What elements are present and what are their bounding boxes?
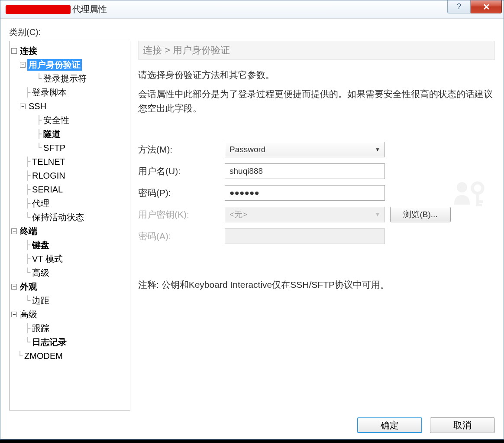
- svg-rect-3: [476, 200, 483, 203]
- tree-item-serial[interactable]: ├ SERIAL: [11, 182, 128, 196]
- user-key-icon: [452, 179, 491, 210]
- collapse-icon[interactable]: −: [11, 312, 17, 317]
- dialog-window: 代理属性 ? ✕ 类别(C): − 连接: [0, 0, 504, 440]
- tree-item-keepalive[interactable]: └ 保持活动状态: [11, 210, 128, 224]
- tree-item-proxy[interactable]: ├ 代理: [11, 196, 128, 210]
- tree-item-logging[interactable]: └ 日志记录: [11, 335, 128, 349]
- tree-item-login-script[interactable]: ├ 登录脚本: [11, 85, 128, 99]
- tree-item-margin[interactable]: └ 边距: [11, 293, 128, 307]
- titlebar: 代理属性 ? ✕: [0, 0, 504, 19]
- window-title: 代理属性: [6, 3, 107, 15]
- password-input[interactable]: ●●●●●●: [225, 185, 385, 201]
- method-select[interactable]: Password ▼: [225, 142, 385, 157]
- svg-point-1: [472, 183, 483, 193]
- category-tree[interactable]: − 连接 − 用户身份验证: [9, 41, 130, 410]
- settings-pane: 连接 > 用户身份验证 请选择身份验证方法和其它参数。 会话属性中此部分是为了登…: [138, 41, 495, 410]
- tree-item-connection[interactable]: − 连接: [11, 44, 128, 58]
- ok-button[interactable]: 确定: [357, 417, 422, 433]
- note-text: 注释: 公钥和Keyboard Interactive仅在SSH/SFTP协议中…: [138, 279, 495, 291]
- collapse-icon[interactable]: −: [11, 48, 17, 54]
- tree-item-appearance[interactable]: − 外观: [11, 280, 128, 293]
- collapse-icon[interactable]: −: [11, 228, 17, 234]
- username-input[interactable]: shuqi888: [225, 163, 385, 179]
- tree-item-keyboard[interactable]: ├ 键盘: [11, 238, 128, 252]
- category-label: 类别(C):: [9, 26, 495, 38]
- svg-rect-4: [476, 204, 482, 206]
- collapse-icon[interactable]: −: [11, 284, 17, 290]
- title-suffix: 代理属性: [72, 3, 107, 15]
- method-label: 方法(M):: [138, 143, 225, 156]
- tree-item-rlogin[interactable]: ├ RLOGIN: [11, 169, 128, 182]
- tree-item-telnet[interactable]: ├ TELNET: [11, 155, 128, 169]
- passphrase-input: [225, 228, 385, 244]
- close-button[interactable]: ✕: [471, 0, 502, 13]
- chevron-down-icon: ▼: [375, 212, 380, 218]
- password-label: 密码(P):: [138, 187, 225, 199]
- tree-item-advanced[interactable]: − 高级: [11, 307, 128, 321]
- tree-item-zmodem[interactable]: └ ZMODEM: [11, 349, 128, 363]
- redacted-block: [6, 5, 71, 14]
- help-button[interactable]: ?: [447, 0, 471, 13]
- svg-rect-2: [476, 192, 479, 205]
- userkey-select: <无> ▼: [225, 207, 385, 222]
- cancel-button[interactable]: 取消: [430, 417, 495, 433]
- description-1: 请选择身份验证方法和其它参数。: [138, 68, 495, 82]
- tree-item-trace[interactable]: ├ 跟踪: [11, 321, 128, 335]
- tree-item-terminal[interactable]: − 终端: [11, 224, 128, 238]
- tree-item-ssh[interactable]: − SSH: [11, 99, 128, 113]
- tree-item-vtmode[interactable]: ├ VT 模式: [11, 252, 128, 266]
- tree-item-advanced-term[interactable]: └ 高级: [11, 266, 128, 280]
- collapse-icon[interactable]: −: [20, 104, 26, 109]
- description-2: 会话属性中此部分是为了登录过程更便捷而提供的。如果需要安全性很高的状态的话建议您…: [138, 87, 495, 116]
- username-label: 用户名(U):: [138, 165, 225, 177]
- browse-button[interactable]: 浏览(B)...: [390, 207, 451, 222]
- help-icon: ?: [457, 2, 461, 11]
- method-value: Password: [229, 145, 265, 154]
- tree-item-user-auth[interactable]: − 用户身份验证: [11, 58, 128, 72]
- tree-item-tunnel[interactable]: ├ 隧道: [11, 127, 128, 141]
- tree-item-login-prompt[interactable]: └ 登录提示符: [11, 72, 128, 85]
- breadcrumb: 连接 > 用户身份验证: [138, 41, 495, 60]
- userkey-label: 用户密钥(K):: [138, 208, 225, 221]
- svg-point-0: [457, 182, 467, 192]
- collapse-icon[interactable]: −: [20, 62, 26, 68]
- passphrase-label: 密码(A):: [138, 230, 225, 242]
- close-icon: ✕: [483, 2, 490, 12]
- tree-item-sftp[interactable]: └ SFTP: [11, 141, 128, 155]
- chevron-down-icon: ▼: [375, 147, 380, 153]
- tree-item-security[interactable]: ├ 安全性: [11, 113, 128, 127]
